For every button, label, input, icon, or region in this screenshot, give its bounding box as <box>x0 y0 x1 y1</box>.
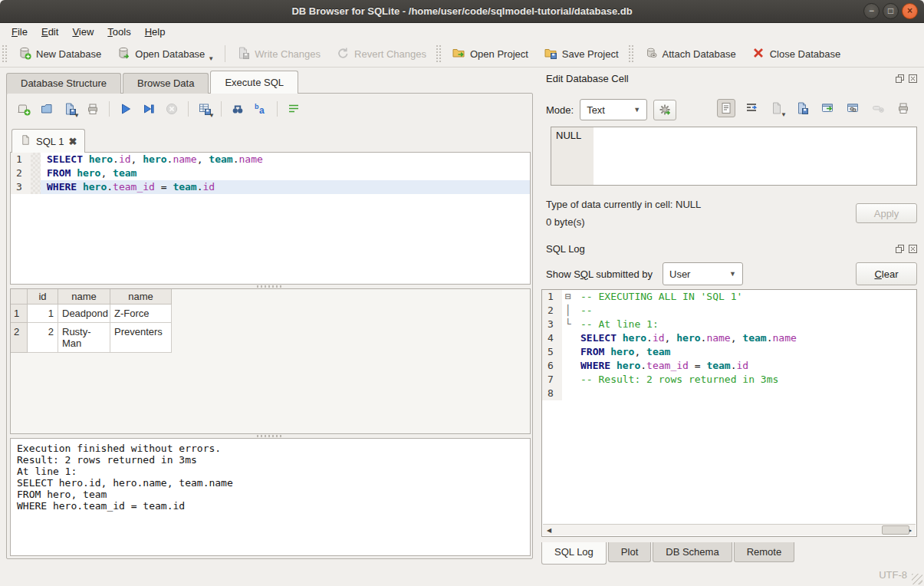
close-tab-icon[interactable]: ✖ <box>68 136 77 147</box>
dock-tab-plot[interactable]: Plot <box>608 542 651 562</box>
menu-file[interactable]: File <box>5 24 35 40</box>
close-database-button[interactable]: Close Database <box>744 43 849 65</box>
sql-document-tab[interactable]: SQL 1 ✖ <box>12 129 85 153</box>
auto-switch-mode-button[interactable] <box>653 100 676 120</box>
menu-edit[interactable]: Edit <box>35 24 65 40</box>
window-title: DB Browser for SQLite - /home/user/code/… <box>291 5 632 17</box>
save-file-button[interactable] <box>793 99 811 117</box>
dock-tab-db-schema[interactable]: DB Schema <box>653 542 732 562</box>
link-window-button[interactable] <box>843 99 862 117</box>
resize-grip[interactable] <box>912 574 922 584</box>
table-cell[interactable]: Rusty-Man <box>58 323 110 353</box>
toolbar-grip[interactable] <box>436 45 442 62</box>
code-line[interactable]: 4SELECT hero.id, hero.name, team.name <box>542 331 916 345</box>
menu-view[interactable]: View <box>65 24 100 40</box>
code-line[interactable]: 3└-- At line 1: <box>542 318 916 331</box>
code-line[interactable]: 5FROM hero, team <box>542 345 916 359</box>
code-line[interactable]: 3WHERE hero.team_id = team.id <box>11 180 530 194</box>
scrollbar-thumb[interactable] <box>882 525 909 535</box>
code-line[interactable]: 2│-- <box>542 304 916 318</box>
print-button[interactable] <box>84 100 102 118</box>
dock-float-icon[interactable] <box>895 74 905 84</box>
find-button[interactable] <box>229 100 247 118</box>
dock-close-icon[interactable] <box>908 244 918 254</box>
open-tab-button[interactable] <box>15 100 33 118</box>
table-cell[interactable]: Z-Force <box>110 305 172 323</box>
code-line[interactable]: 8 <box>542 387 916 400</box>
export-window-button[interactable] <box>818 99 837 117</box>
sql-log-dock-header: SQL Log <box>546 241 918 256</box>
mode-combobox[interactable]: Text ▼ <box>580 99 647 120</box>
table-cell[interactable]: 2 <box>28 323 58 353</box>
sql-log-hscrollbar[interactable]: ◀ ▶ <box>543 524 916 535</box>
tab-browse-data[interactable]: Browse Data <box>123 73 209 94</box>
save-results-button[interactable]: ▼ <box>196 100 214 118</box>
titlebar[interactable]: DB Browser for SQLite - /home/user/code/… <box>0 0 924 23</box>
tab-database-structure[interactable]: Database Structure <box>6 73 121 94</box>
code-line[interactable]: 6WHERE hero.team_id = team.id <box>542 359 916 373</box>
dropdown-caret-icon[interactable]: ▼ <box>74 112 80 119</box>
tab-execute-sql[interactable]: Execute SQL <box>210 71 298 94</box>
sql-log-filter-label: Show SQL submitted by <box>546 268 653 280</box>
table-cell[interactable]: Deadpond <box>58 305 110 323</box>
column-header-name[interactable]: name <box>58 289 110 305</box>
results-table[interactable]: idnamename11DeadpondZ-Force22Rusty-ManPr… <box>10 288 531 434</box>
doc-text-button[interactable] <box>717 99 735 117</box>
code-text <box>574 387 580 400</box>
dock-tab-remote[interactable]: Remote <box>734 542 795 562</box>
toolbar-button-label: Open Project <box>470 48 528 60</box>
sql-editor[interactable]: 1SELECT hero.id, hero.name, team.name2FR… <box>10 152 531 285</box>
cell-editor[interactable]: NULL <box>551 127 917 186</box>
sql-log-filter-combobox[interactable]: User ▼ <box>663 262 743 285</box>
code-line[interactable]: 2FROM hero, team <box>11 166 530 180</box>
toolbar-separator <box>225 45 225 62</box>
stop-button <box>163 100 181 118</box>
dropdown-caret-icon[interactable]: ▼ <box>209 112 215 119</box>
open-project-button[interactable]: Open Project <box>444 43 536 65</box>
column-header-id[interactable]: id <box>28 289 58 305</box>
maximize-button[interactable]: □ <box>883 3 899 19</box>
sql-log-view[interactable]: 1⊟-- EXECUTING ALL IN 'SQL 1'2│--3└-- At… <box>541 289 917 537</box>
open-sql-file-button[interactable] <box>38 100 56 118</box>
execute-line-button[interactable] <box>140 100 158 118</box>
menu-help[interactable]: Help <box>138 24 173 40</box>
word-wrap-green-button[interactable] <box>284 100 303 118</box>
format-sql-button[interactable]: ba <box>252 100 270 118</box>
close-database-icon <box>751 46 765 62</box>
close-button[interactable]: × <box>902 3 918 19</box>
minimize-button[interactable]: − <box>863 3 880 19</box>
table-row: 22Rusty-ManPreventers <box>11 323 530 353</box>
open-database-button[interactable]: Open Database▼ <box>109 43 222 65</box>
code-line[interactable]: 1SELECT hero.id, hero.name, team.name <box>11 153 530 166</box>
line-number: 7 <box>542 373 562 387</box>
toolbar-button-label: Open Database <box>135 48 205 60</box>
menu-tools[interactable]: Tools <box>100 24 137 40</box>
column-header-name[interactable]: name <box>110 289 172 305</box>
code-line[interactable]: 7-- Result: 2 rows returned in 3ms <box>542 373 916 387</box>
attach-database-button[interactable]: Attach Database <box>636 43 744 65</box>
scroll-left-icon[interactable]: ◀ <box>543 527 555 534</box>
dropdown-caret-icon[interactable]: ▼ <box>208 55 214 62</box>
toolbar-grip[interactable] <box>2 45 8 62</box>
new-database-button[interactable]: New Database <box>10 43 109 65</box>
code-line[interactable]: 1⊟-- EXECUTING ALL IN 'SQL 1' <box>542 290 916 304</box>
table-cell[interactable]: 1 <box>28 305 58 323</box>
table-corner <box>11 289 28 305</box>
word-wrap-button[interactable] <box>742 99 761 117</box>
dock-float-icon[interactable] <box>895 244 905 254</box>
dock-tab-sql-log[interactable]: SQL Log <box>541 542 607 565</box>
menubar: FileEditViewToolsHelp <box>0 23 924 41</box>
row-header[interactable]: 1 <box>11 305 28 323</box>
dock-close-icon[interactable] <box>908 74 918 84</box>
fold-marker-icon[interactable]: ⊟ <box>562 290 574 304</box>
print-button[interactable] <box>894 99 912 117</box>
mode-row: Mode: Text ▼ <box>546 99 676 120</box>
save-project-button[interactable]: Save Project <box>536 43 626 65</box>
row-header[interactable]: 2 <box>11 323 28 353</box>
fold-margin <box>562 373 574 387</box>
table-cell[interactable]: Preventers <box>110 323 172 353</box>
execute-all-button[interactable] <box>117 100 135 118</box>
toolbar-grip[interactable] <box>629 45 634 62</box>
save-sql-file-button[interactable]: ▼ <box>61 100 79 118</box>
clear-log-button[interactable]: Clear <box>856 262 917 285</box>
